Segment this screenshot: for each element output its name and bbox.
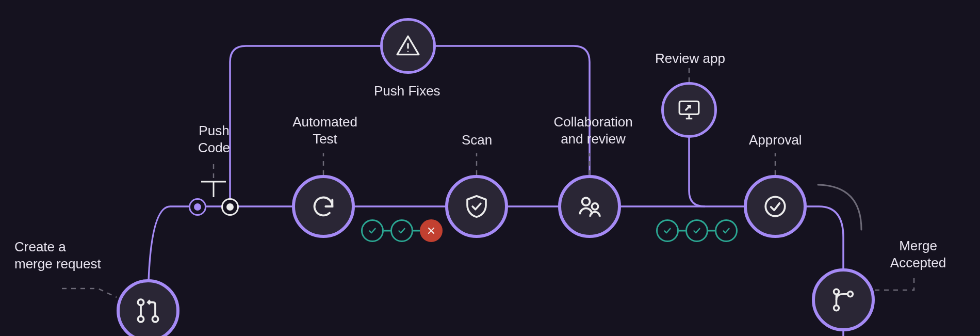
svg-point-23: [765, 197, 785, 216]
svg-point-26: [848, 292, 853, 297]
label-approval: Approval: [749, 132, 802, 149]
monitor-icon: [676, 97, 702, 123]
status-pass-icon: [361, 219, 384, 242]
label-review-app: Review app: [655, 50, 725, 67]
status-pass-icon: [390, 219, 413, 242]
svg-point-17: [407, 51, 409, 53]
status-pass-icon: [685, 219, 708, 242]
branch-icon: [829, 286, 857, 314]
svg-point-24: [834, 289, 839, 294]
node-create-merge-request: [117, 279, 179, 336]
label-create-merge-request: Create amerge request: [14, 238, 101, 272]
commit-dot: [221, 198, 239, 216]
label-collaboration: Collaborationand review: [547, 114, 640, 147]
warning-icon: [395, 33, 421, 59]
cycle-icon: [310, 193, 337, 220]
merge-request-icon: [134, 296, 162, 325]
check-circle-icon: [762, 194, 788, 219]
node-automated-test: [292, 175, 355, 238]
node-merge-accepted: [812, 268, 875, 331]
node-scan: [445, 175, 508, 238]
node-push-fixes: [380, 18, 436, 74]
label-merge-accepted: MergeAccepted: [885, 237, 952, 271]
shield-icon: [463, 193, 491, 220]
node-approval: [744, 175, 807, 238]
svg-point-13: [138, 316, 143, 322]
pipeline-diagram: Create amerge request PushCode Automated…: [0, 0, 980, 336]
users-icon: [575, 192, 604, 221]
label-push-code: PushCode: [196, 122, 232, 156]
label-push-fixes: Push Fixes: [374, 83, 440, 100]
label-scan: Scan: [462, 132, 492, 149]
status-pass-icon: [715, 219, 738, 242]
node-review-app: [661, 82, 717, 138]
status-fail-icon: [420, 219, 443, 242]
status-pass-icon: [656, 219, 679, 242]
node-collaboration: [558, 175, 621, 238]
svg-point-25: [834, 306, 839, 311]
commit-dot: [189, 198, 206, 216]
svg-point-19: [592, 203, 598, 210]
svg-point-18: [582, 198, 590, 205]
label-automated-test: AutomatedTest: [286, 114, 364, 147]
svg-point-14: [152, 316, 158, 322]
svg-point-12: [138, 299, 143, 305]
